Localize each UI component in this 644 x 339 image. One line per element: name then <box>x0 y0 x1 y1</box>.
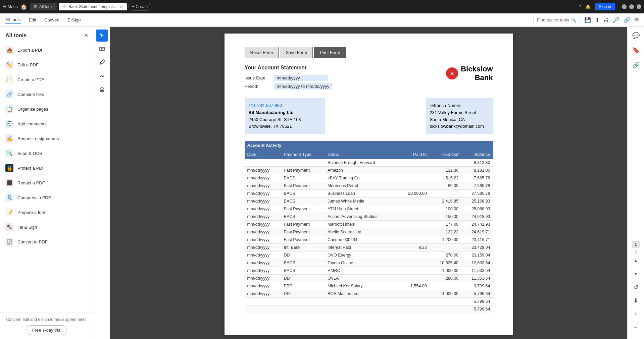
cell-detail: Amazon <box>325 167 398 174</box>
cell-type: BACS <box>281 259 325 267</box>
pdf-area[interactable]: Reset Form Save Form Print Form Your Acc… <box>110 27 627 339</box>
sidebar-item-compress[interactable]: 🗜️ Compress a PDF <box>0 190 94 205</box>
tab-open-file[interactable]: ☆ Bank-Statement-Templat... ✕ <box>59 3 127 10</box>
client-address-box: 111-234-567-890 Bit Manufacturing Ltd 24… <box>245 98 325 134</box>
account-info: Your Account Statement Issue Date: mm/dd… <box>245 65 332 92</box>
create-button[interactable]: + Create <box>128 3 151 11</box>
select-tool-button[interactable] <box>96 30 108 42</box>
toolbar-convert[interactable]: Convert <box>44 16 60 24</box>
page-down-icon[interactable]: ▼ <box>630 268 642 280</box>
table-row: mm/dd/yyyy Fast Payment Marriott Hotels … <box>245 221 493 228</box>
sidebar-item-fill-sign[interactable]: ✒️ Fill & Sign <box>0 220 94 234</box>
prepare-form-icon: 📝 <box>5 208 13 216</box>
zoom-in-icon[interactable]: + <box>630 308 642 320</box>
sidebar-header: All tools ✕ <box>0 27 94 41</box>
cell-paid-in: 1,554.00 <box>398 282 429 290</box>
maximize-button[interactable] <box>629 4 634 9</box>
cell-detail: ATM High Street <box>325 205 398 213</box>
sidebar-item-prepare-form[interactable]: 📝 Prepare a form <box>0 205 94 220</box>
toolbar-edit[interactable]: Edit <box>29 16 36 24</box>
cell-paid-out <box>430 305 461 313</box>
cell-paid-in: 20,000.00 <box>398 190 429 197</box>
col-payment-type: Payment Type <box>281 150 325 159</box>
zoom-icon[interactable]: 🔎 <box>613 17 620 23</box>
cell-paid-in <box>398 236 429 244</box>
period-label: Period: <box>245 84 271 89</box>
tab-all-tools[interactable]: ⊞ All tools <box>30 3 57 10</box>
cell-date: mm/dd/yyyy <box>245 213 281 221</box>
trial-button[interactable]: Free 7-day trial <box>27 325 67 335</box>
esignatures-icon: ✍️ <box>5 134 13 143</box>
share-panel-icon[interactable]: 🔗 <box>630 59 642 71</box>
table-row: mm/dd/yyyy Fast Payment Abelio Scotrail … <box>245 228 493 236</box>
svg-rect-5 <box>100 91 104 92</box>
search-box[interactable]: Find text or tools 🔍 <box>533 16 580 24</box>
print-form-button[interactable]: Print Form <box>314 47 346 58</box>
sidebar-item-export-pdf[interactable]: 📤 Export a PDF <box>0 43 94 57</box>
stamp-tool-button[interactable] <box>96 83 108 95</box>
download-panel-icon[interactable]: ⬇ <box>630 295 642 307</box>
pen-tool-button[interactable] <box>96 56 108 68</box>
cell-paid-out: 80.00 <box>430 182 461 190</box>
table-section-header: Account Activity <box>245 141 493 150</box>
sidebar-item-scan-ocr[interactable]: 🔍 Scan & OCR <box>0 146 94 161</box>
issue-date-value[interactable]: mm/dd/yyyy <box>274 75 328 81</box>
upload-icon[interactable]: ⬆ <box>595 17 599 23</box>
sidebar-item-protect[interactable]: 🔒 Protect a PDF <box>0 161 94 175</box>
annotate-tool-button[interactable] <box>96 43 108 55</box>
cell-date <box>245 159 281 167</box>
cell-paid-out: 280.00 <box>430 275 461 282</box>
cell-paid-out: 1,200.00 <box>430 236 461 244</box>
sidebar-item-organize[interactable]: 📋 Organize pages <box>0 102 94 116</box>
sign-in-button[interactable]: Sign in <box>595 3 615 10</box>
help-icon[interactable]: ? <box>579 4 581 9</box>
save-icon[interactable]: 💾 <box>584 17 591 23</box>
cell-type: BACS <box>281 174 325 182</box>
sidebar-close-button[interactable]: ✕ <box>84 32 88 39</box>
cell-paid-out <box>430 298 461 305</box>
table-row: mm/dd/yyyy BACS HMRC 1,000.00 11,633.64 <box>245 267 493 275</box>
period-value[interactable]: mm/dd/yyyy to mm/dd/yyyy <box>274 83 332 90</box>
page-number: 1 <box>632 241 639 248</box>
sidebar-item-redact[interactable]: ⬛ Redact a PDF <box>0 175 94 190</box>
minimize-button[interactable] <box>622 4 627 9</box>
close-button[interactable] <box>637 4 641 9</box>
sidebar-item-label: Prepare a form <box>17 210 47 215</box>
cell-detail: Accorn Advertising Studios <box>325 213 398 221</box>
notification-icon[interactable]: 🔔 <box>585 4 591 9</box>
cell-detail: OVO Energy <box>325 251 398 259</box>
refresh-icon[interactable]: ↺ <box>630 281 642 293</box>
cell-type: Fast Payment <box>281 236 325 244</box>
page-up-icon[interactable]: ▲ <box>630 255 642 267</box>
cell-type: BACS <box>281 190 325 197</box>
sidebar-item-comments[interactable]: 💬 Add comments <box>0 116 94 131</box>
cell-type <box>281 159 325 167</box>
search-icon: 🔍 <box>571 17 577 22</box>
cell-paid-out: 270.00 <box>430 251 461 259</box>
cell-paid-in <box>398 213 429 221</box>
cell-date: mm/dd/yyyy <box>245 259 281 267</box>
sidebar-item-convert-pdf[interactable]: 🔄 Convert to PDF <box>0 234 94 249</box>
cell-type: DD <box>281 251 325 259</box>
toolbar-all-tools[interactable]: All tools <box>5 16 21 24</box>
cell-balance: 11,633.64 <box>461 267 493 275</box>
cell-date: mm/dd/yyyy <box>245 275 281 282</box>
bookmarks-panel-icon[interactable]: 🔖 <box>630 44 642 56</box>
save-form-button[interactable]: Save Form <box>280 47 313 58</box>
menu-button[interactable]: ☰ Menu <box>3 4 18 9</box>
sidebar-item-edit-pdf[interactable]: ✏️ Edit a PDF <box>0 57 94 72</box>
toolbar-esign[interactable]: E-Sign <box>67 16 81 24</box>
sidebar-item-combine[interactable]: 🔗 Combine files <box>0 87 94 102</box>
home-button[interactable]: 🏠 <box>20 4 27 10</box>
reset-form-button[interactable]: Reset Form <box>245 47 279 58</box>
zoom-out-icon[interactable]: − <box>630 322 642 334</box>
email-icon[interactable]: ✉ <box>634 17 639 23</box>
tools-strip <box>94 27 110 339</box>
cell-date: mm/dd/yyyy <box>245 282 281 290</box>
sign-tool-button[interactable] <box>96 70 108 82</box>
sidebar-item-create-pdf[interactable]: 📄 Create a PDF <box>0 72 94 87</box>
sidebar-item-esignatures[interactable]: ✍️ Request e-signatures <box>0 131 94 146</box>
link-icon[interactable]: 🔗 <box>624 17 630 23</box>
print-icon[interactable]: 🖨 <box>603 17 609 23</box>
comments-panel-icon[interactable]: 💬 <box>630 30 642 42</box>
